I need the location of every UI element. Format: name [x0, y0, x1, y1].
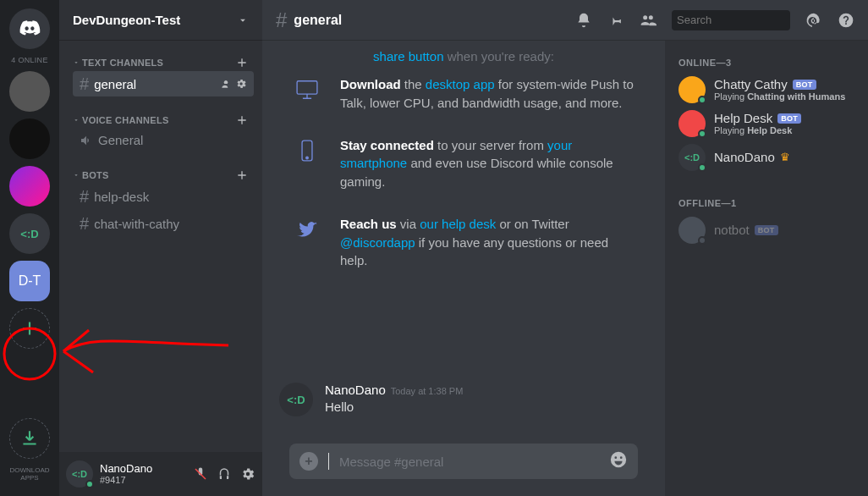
- message-input[interactable]: + Message #general: [289, 444, 638, 479]
- download-apps-button[interactable]: [9, 418, 50, 459]
- username: NanoDano: [100, 463, 152, 475]
- message-placeholder: Message #general: [339, 455, 599, 469]
- avatar: [678, 110, 706, 137]
- search-input[interactable]: [677, 14, 819, 26]
- search-box[interactable]: [672, 10, 790, 30]
- svg-point-2: [306, 157, 309, 159]
- bell-icon[interactable]: [575, 12, 592, 29]
- message-body: Hello: [325, 400, 463, 414]
- server-icon-devdungeon-test[interactable]: D-T: [9, 261, 50, 301]
- member-name: Help Desk: [714, 111, 772, 125]
- mute-icon[interactable]: [193, 466, 208, 482]
- gear-icon[interactable]: [235, 78, 247, 90]
- deafen-icon[interactable]: [217, 466, 232, 482]
- bot-badge: BOT: [755, 225, 778, 235]
- member-nanodano[interactable]: <:DNanoDano♛: [672, 141, 861, 174]
- member-chatty-cathy[interactable]: Chatty CathyBOTPlaying Chatting with Hum…: [672, 73, 861, 107]
- twitter-icon: [293, 215, 321, 270]
- channel-group-header[interactable]: TEXT CHANNELS: [73, 56, 254, 69]
- channel-group-header[interactable]: VOICE CHANNELS: [73, 113, 254, 127]
- server-rail: 4 ONLINE <:D D-T DOWNLOAD APPS: [0, 0, 59, 496]
- avatar: [678, 76, 706, 103]
- emoji-button[interactable]: [609, 450, 628, 472]
- avatar[interactable]: <:D: [279, 383, 313, 416]
- help-icon[interactable]: [838, 12, 854, 29]
- member-name: notbot: [714, 223, 750, 237]
- member-group-label: OFFLINE—1: [672, 195, 861, 213]
- channel-general[interactable]: #general: [73, 71, 254, 96]
- member-notbot[interactable]: notbotBOT: [672, 213, 861, 247]
- avatar: <:D: [678, 144, 706, 171]
- user-tag: #9417: [100, 475, 152, 485]
- message-timestamp: Today at 1:38 PM: [391, 386, 464, 396]
- member-name: NanoDano: [714, 150, 775, 164]
- member-activity: Playing Chatting with Humans: [714, 91, 845, 102]
- welcome-row: Stay connected to your server from your …: [293, 124, 635, 203]
- server-icon-2[interactable]: [9, 118, 50, 159]
- bot-badge: BOT: [777, 113, 801, 124]
- chat-area: # general share button when you're ready…: [262, 0, 868, 496]
- server-header[interactable]: DevDungeon-Test: [59, 0, 262, 41]
- avatar: [678, 217, 706, 244]
- speaker-icon: [80, 134, 93, 147]
- hash-icon: #: [276, 8, 287, 32]
- online-count-label: 4 ONLINE: [11, 56, 47, 64]
- welcome-link[interactable]: @discordapp: [340, 235, 415, 250]
- server-name: DevDungeon-Test: [73, 13, 180, 27]
- avatar[interactable]: <:D: [66, 460, 93, 488]
- plus-icon: [19, 317, 41, 339]
- add-server-button[interactable]: [9, 308, 50, 349]
- channel-group-header[interactable]: BOTS: [73, 168, 254, 182]
- mentions-icon[interactable]: [805, 12, 822, 29]
- add-channel-button[interactable]: [235, 56, 249, 69]
- welcome-link[interactable]: our help desk: [420, 217, 496, 231]
- message-author[interactable]: NanoDano: [325, 383, 386, 397]
- member-activity: Playing Help Desk: [714, 125, 801, 136]
- welcome-block: share button when you're ready: Download…: [276, 41, 651, 282]
- discord-icon: [19, 18, 41, 40]
- bot-badge: BOT: [793, 80, 816, 90]
- home-button[interactable]: [9, 8, 50, 49]
- welcome-row: Download the desktop app for system-wide…: [293, 63, 635, 124]
- settings-gear-icon[interactable]: [240, 466, 255, 482]
- channel-topbar: # general: [262, 0, 868, 41]
- add-channel-button[interactable]: [235, 168, 249, 182]
- monitor-icon: [293, 75, 321, 113]
- welcome-row: Reach us via our help desk or on Twitter…: [293, 203, 635, 282]
- member-help-desk[interactable]: Help DeskBOTPlaying Help Desk: [672, 107, 861, 141]
- user-panel: <:D NanoDano #9417: [59, 452, 262, 496]
- download-icon: [19, 427, 41, 449]
- truncated-link[interactable]: share button: [373, 49, 443, 63]
- channel-title: general: [294, 13, 342, 28]
- server-icon-3[interactable]: [9, 166, 50, 207]
- server-icon-1[interactable]: [9, 71, 50, 112]
- member-list: ONLINE—3Chatty CathyBOTPlaying Chatting …: [665, 41, 868, 496]
- welcome-link[interactable]: desktop app: [426, 77, 495, 91]
- message: <:D NanoDanoToday at 1:38 PM Hello: [276, 371, 651, 444]
- channel-help-desk[interactable]: #help-desk: [73, 184, 254, 209]
- add-channel-button[interactable]: [235, 113, 249, 127]
- phone-icon: [293, 136, 321, 191]
- channel-General[interactable]: General: [73, 129, 254, 152]
- pin-icon[interactable]: [607, 12, 624, 29]
- chevron-down-icon: [73, 59, 80, 66]
- members-icon[interactable]: [640, 12, 656, 29]
- chevron-down-icon: [237, 14, 249, 26]
- server-icon-4[interactable]: <:D: [9, 213, 50, 254]
- crown-icon: ♛: [780, 152, 790, 164]
- svg-rect-0: [297, 81, 317, 94]
- download-apps-label: DOWNLOAD APPS: [0, 467, 59, 482]
- member-group-label: ONLINE—3: [672, 54, 861, 73]
- channel-sidebar: DevDungeon-Test TEXT CHANNELS#generalVOI…: [59, 0, 262, 496]
- channel-chat-with-cathy[interactable]: #chat-with-cathy: [73, 211, 254, 236]
- message-area: share button when you're ready: Download…: [262, 41, 665, 496]
- chevron-down-icon: [73, 172, 80, 179]
- invite-icon[interactable]: [220, 78, 232, 90]
- chevron-down-icon: [73, 117, 80, 124]
- member-name: Chatty Cathy: [714, 77, 788, 91]
- attach-button[interactable]: +: [299, 452, 318, 471]
